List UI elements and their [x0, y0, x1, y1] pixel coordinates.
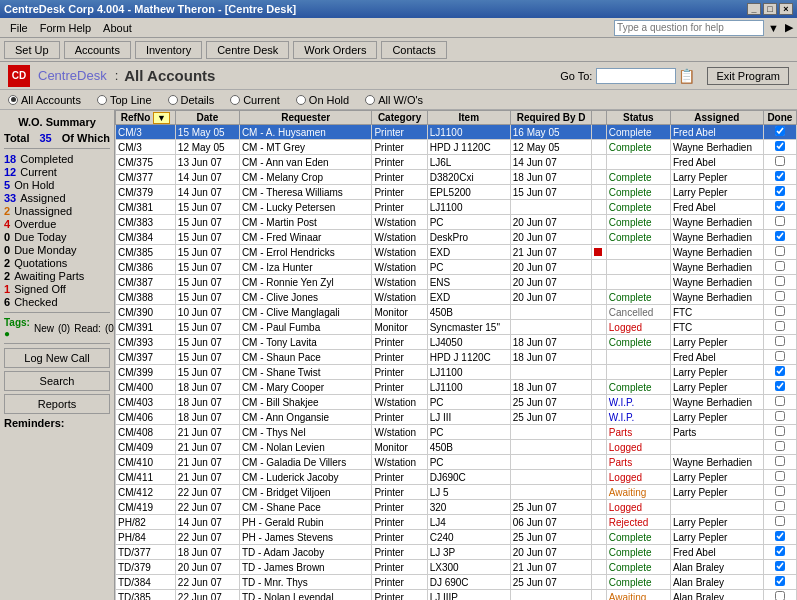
minimize-button[interactable]: _ [747, 3, 761, 15]
help-search-icon[interactable]: ▼ [768, 22, 779, 34]
table-row[interactable]: CM/403 18 Jun 07 CM - Bill Shakjee W/sta… [116, 395, 797, 410]
done-checkbox[interactable] [775, 516, 785, 526]
cell-done[interactable] [763, 365, 796, 380]
table-row[interactable]: TD/379 20 Jun 07 TD - James Brown Printe… [116, 560, 797, 575]
cell-done[interactable] [763, 290, 796, 305]
cell-done[interactable] [763, 140, 796, 155]
col-header-refno[interactable]: RefNo ▼ [116, 111, 176, 125]
maximize-button[interactable]: □ [763, 3, 777, 15]
done-checkbox[interactable] [775, 441, 785, 451]
col-header-assigned[interactable]: Assigned [670, 111, 763, 125]
cell-done[interactable] [763, 455, 796, 470]
col-header-required[interactable]: Required By D [510, 111, 592, 125]
done-checkbox[interactable] [775, 156, 785, 166]
done-checkbox[interactable] [775, 546, 785, 556]
done-checkbox[interactable] [775, 381, 785, 391]
cell-done[interactable] [763, 125, 796, 140]
goto-icon[interactable]: 📋 [678, 68, 695, 84]
table-row[interactable]: CM/409 21 Jun 07 CM - Nolan Levien Monit… [116, 440, 797, 455]
table-row[interactable]: CM/375 13 Jun 07 CM - Ann van Eden Print… [116, 155, 797, 170]
table-row[interactable]: CM/385 15 Jun 07 CM - Errol Hendricks W/… [116, 245, 797, 260]
table-row[interactable]: CM/3 12 May 05 CM - MT Grey Printer HPD … [116, 140, 797, 155]
done-checkbox[interactable] [775, 396, 785, 406]
table-row[interactable]: CM/377 14 Jun 07 CM - Melany Crop Printe… [116, 170, 797, 185]
table-row[interactable]: CM/410 21 Jun 07 CM - Galadia De Villers… [116, 455, 797, 470]
menu-about[interactable]: About [97, 20, 138, 36]
cell-done[interactable] [763, 545, 796, 560]
done-checkbox[interactable] [775, 561, 785, 571]
done-checkbox[interactable] [775, 246, 785, 256]
table-row[interactable]: CM/408 21 Jun 07 CM - Thys Nel W/station… [116, 425, 797, 440]
col-header-category[interactable]: Category [372, 111, 427, 125]
cell-done[interactable] [763, 440, 796, 455]
cell-done[interactable] [763, 230, 796, 245]
cell-done[interactable] [763, 170, 796, 185]
done-checkbox[interactable] [775, 201, 785, 211]
table-row[interactable]: TD/377 18 Jun 07 TD - Adam Jacoby Printe… [116, 545, 797, 560]
done-checkbox[interactable] [775, 426, 785, 436]
done-checkbox[interactable] [775, 276, 785, 286]
table-row[interactable]: CM/388 15 Jun 07 CM - Clive Jones W/stat… [116, 290, 797, 305]
cell-done[interactable] [763, 155, 796, 170]
done-checkbox[interactable] [775, 321, 785, 331]
col-header-done[interactable]: Done [763, 111, 796, 125]
cell-done[interactable] [763, 500, 796, 515]
table-row[interactable]: CM/390 10 Jun 07 CM - Clive Manglagali M… [116, 305, 797, 320]
col-header-date[interactable]: Date [175, 111, 239, 125]
help-search-input[interactable] [614, 20, 764, 36]
toolbar-accounts[interactable]: Accounts [64, 41, 131, 59]
radio-top-line[interactable]: Top Line [97, 94, 152, 106]
radio-all-accounts[interactable]: All Accounts [8, 94, 81, 106]
col-header-item[interactable]: Item [427, 111, 510, 125]
done-checkbox[interactable] [775, 591, 785, 600]
toolbar-inventory[interactable]: Inventory [135, 41, 202, 59]
cell-done[interactable] [763, 425, 796, 440]
cell-done[interactable] [763, 185, 796, 200]
cell-done[interactable] [763, 485, 796, 500]
table-container[interactable]: RefNo ▼ Date Requester Category Item Req… [115, 110, 797, 600]
table-row[interactable]: CM/379 14 Jun 07 CM - Theresa Williams P… [116, 185, 797, 200]
radio-on-hold[interactable]: On Hold [296, 94, 349, 106]
col-header-status[interactable]: Status [606, 111, 670, 125]
col-header-requester[interactable]: Requester [239, 111, 372, 125]
done-checkbox[interactable] [775, 186, 785, 196]
cell-done[interactable] [763, 530, 796, 545]
cell-done[interactable] [763, 275, 796, 290]
done-checkbox[interactable] [775, 576, 785, 586]
cell-done[interactable] [763, 410, 796, 425]
table-row[interactable]: CM/387 15 Jun 07 CM - Ronnie Yen Zyl W/s… [116, 275, 797, 290]
menu-formhelp[interactable]: Form Help [34, 20, 97, 36]
done-checkbox[interactable] [775, 351, 785, 361]
done-checkbox[interactable] [775, 171, 785, 181]
sort-refno[interactable]: ▼ [153, 112, 170, 124]
table-row[interactable]: CM/381 15 Jun 07 CM - Lucky Petersen Pri… [116, 200, 797, 215]
table-row[interactable]: PH/84 22 Jun 07 PH - James Stevens Print… [116, 530, 797, 545]
sidebar-btn-reports[interactable]: Reports [4, 394, 110, 414]
help-go-icon[interactable]: ▶ [785, 21, 793, 34]
table-row[interactable]: CM/384 15 Jun 07 CM - Fred Winaar W/stat… [116, 230, 797, 245]
title-bar-buttons[interactable]: _ □ × [747, 3, 793, 15]
cell-done[interactable] [763, 560, 796, 575]
table-row[interactable]: TD/384 22 Jun 07 TD - Mnr. Thys Printer … [116, 575, 797, 590]
goto-input[interactable] [596, 68, 676, 84]
cell-done[interactable] [763, 320, 796, 335]
sidebar-btn-log-new call[interactable]: Log New Call [4, 348, 110, 368]
table-row[interactable]: CM/406 18 Jun 07 CM - Ann Ongansie Print… [116, 410, 797, 425]
table-row[interactable]: CM/412 22 Jun 07 CM - Bridget Viljoen Pr… [116, 485, 797, 500]
sidebar-btn-search[interactable]: Search [4, 371, 110, 391]
cell-done[interactable] [763, 215, 796, 230]
cell-done[interactable] [763, 245, 796, 260]
done-checkbox[interactable] [775, 306, 785, 316]
cell-done[interactable] [763, 260, 796, 275]
done-checkbox[interactable] [775, 411, 785, 421]
cell-done[interactable] [763, 590, 796, 601]
done-checkbox[interactable] [775, 471, 785, 481]
cell-done[interactable] [763, 380, 796, 395]
table-row[interactable]: TD/385 22 Jun 07 TD - Nolan Levendal Pri… [116, 590, 797, 601]
cell-done[interactable] [763, 305, 796, 320]
done-checkbox[interactable] [775, 216, 785, 226]
exit-button[interactable]: Exit Program [707, 67, 789, 85]
cell-done[interactable] [763, 335, 796, 350]
table-row[interactable]: CM/400 18 Jun 07 CM - Mary Cooper Printe… [116, 380, 797, 395]
table-row[interactable]: CM/391 15 Jun 07 CM - Paul Fumba Monitor… [116, 320, 797, 335]
